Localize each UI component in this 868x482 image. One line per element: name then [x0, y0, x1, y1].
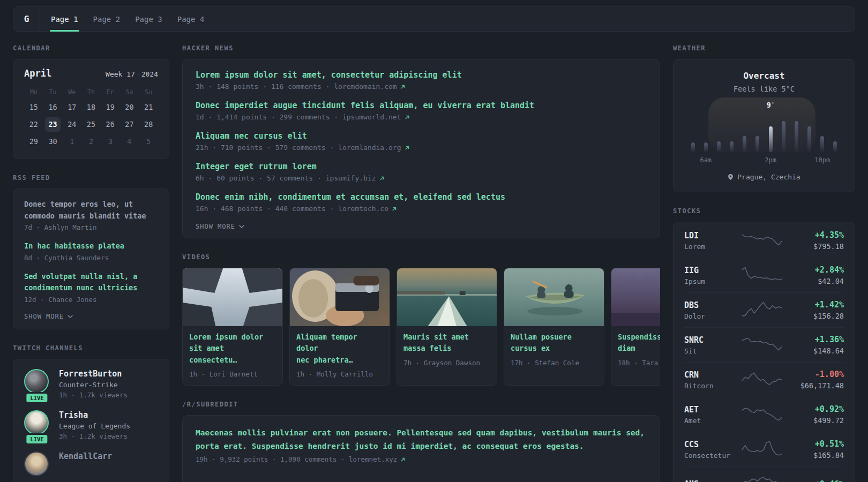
dashboard-page: G Page 1Page 2Page 3Page 4 CALENDAR Apri… — [0, 0, 868, 482]
stock-row[interactable]: IIGIpsum+2.84%$42.04 — [684, 258, 844, 293]
stock-info: AHS — [684, 479, 738, 482]
hacker-news-item-title[interactable]: Integer eget rutrum lorem — [196, 162, 647, 171]
twitch-channel[interactable]: LIVEForrestBurtonCounter-Strike1h · 1.7k… — [24, 369, 158, 399]
stock-sparkline — [741, 300, 783, 320]
hacker-news-item-title[interactable]: Aliquam nec cursus elit — [196, 131, 647, 141]
hacker-news-item-title[interactable]: Donec imperdiet augue tincidunt felis al… — [196, 101, 647, 110]
rss-item: Sed volutpat nulla nisl, a condimentum n… — [24, 271, 158, 304]
calendar-grid: MoTuWeThFrSaSu15161718192021222324252627… — [24, 87, 158, 149]
stock-info: DBSDolor — [684, 300, 738, 320]
video-card[interactable]: Mauris sit amet massa felis7h · Grayson … — [396, 268, 497, 386]
left-column: CALENDAR April Week 17·2024 MoTuWeThFrSa… — [13, 44, 169, 482]
stock-values: +2.84%$42.04 — [815, 265, 844, 285]
calendar-day: 29 — [24, 134, 43, 149]
calendar-day: 20 — [120, 100, 139, 115]
calendar-month: April — [24, 68, 51, 79]
hacker-news-item-meta: 3h · 148 points · 116 comments · loremdo… — [196, 82, 647, 91]
stock-change: -1.00% — [800, 370, 844, 379]
section-title-stocks: STOCKS — [673, 207, 855, 215]
rss-item-title[interactable]: Sed volutpat nulla nisl, a condimentum n… — [24, 271, 158, 294]
stock-price: $42.04 — [815, 277, 844, 285]
hacker-news-item: Integer eget rutrum lorem6h · 60 points … — [196, 162, 647, 182]
stock-row[interactable]: CCSConsectetur+0.51%$165.84 — [684, 432, 844, 467]
calendar-day: 30 — [43, 134, 63, 149]
tab-page-2[interactable]: Page 2 — [86, 7, 128, 31]
stock-row[interactable]: SNRCSit+1.36%$148.64 — [684, 328, 844, 363]
app-logo[interactable]: G — [13, 7, 40, 31]
calendar-year: 2024 — [141, 70, 158, 78]
twitch-channel[interactable]: KendallCarr — [24, 451, 158, 476]
hacker-news-item-title[interactable]: Lorem ipsum dolor sit amet, consectetur … — [196, 70, 647, 80]
hacker-news-card: Lorem ipsum dolor sit amet, consectetur … — [182, 59, 660, 238]
video-title[interactable]: Mauris sit amet massa felis — [403, 332, 490, 355]
calendar-card: April Week 17·2024 MoTuWeThFrSaSu1516171… — [13, 59, 169, 159]
stock-name: Amet — [684, 417, 738, 425]
separator-dot: · — [135, 70, 141, 78]
hacker-news-item-meta-text: 21h · 710 points · 579 comments · loreml… — [196, 144, 401, 152]
video-card[interactable]: Suspendisse diam18h · Tara — [611, 268, 660, 386]
video-meta: 1h · Molly Carrillo — [296, 370, 383, 378]
rss-item-title[interactable]: In hac habitasse platea — [24, 240, 158, 252]
calendar-day: 25 — [81, 117, 101, 132]
section-title-videos: VIDEOS — [182, 253, 660, 261]
video-title[interactable]: Nullam posuere cursus ex — [511, 332, 597, 355]
subreddit-post-title[interactable]: Maecenas mollis pulvinar erat non posuer… — [196, 426, 647, 453]
tab-page-3[interactable]: Page 3 — [128, 7, 170, 31]
video-card-body: Lorem ipsum dolor sit amet consectetu…1h… — [183, 326, 282, 385]
rss-item-title[interactable]: Donec tempor eros leo, ut commodo mauris… — [24, 199, 158, 222]
video-meta: 7h · Grayson Dawson — [403, 359, 490, 367]
stock-name: Consectetur — [684, 451, 738, 460]
stock-row[interactable]: AETAmet+0.92%$499.72 — [684, 397, 844, 432]
video-card[interactable]: Aliquam tempor dolor nec pharetra…1h · M… — [289, 268, 390, 386]
temperature-bars — [686, 110, 842, 152]
calendar-day-selected: 23 — [45, 117, 61, 132]
stock-ticker: SNRC — [684, 335, 738, 345]
temperature-bar-cell — [803, 126, 815, 152]
stock-row[interactable]: DBSDolor+1.42%$156.28 — [684, 293, 844, 328]
calendar-day: 22 — [24, 117, 43, 132]
calendar-day: 28 — [139, 117, 158, 132]
stock-values: +0.51%$165.84 — [813, 439, 844, 460]
avatar — [24, 451, 49, 476]
dashboard-columns: CALENDAR April Week 17·2024 MoTuWeThFrSa… — [13, 44, 855, 482]
hacker-news-show-more-button[interactable]: SHOW MORE — [196, 223, 647, 230]
video-title[interactable]: Aliquam tempor dolor nec pharetra… — [296, 332, 383, 366]
external-link-icon — [392, 206, 397, 212]
calendar-day: 3 — [101, 134, 120, 149]
twitch-channel[interactable]: LIVETrishaLeague of Legends3h · 1.2k vie… — [24, 410, 158, 440]
hacker-news-widget: HACKER NEWS Lorem ipsum dolor sit amet, … — [182, 44, 660, 238]
stock-change: +1.36% — [813, 335, 844, 344]
calendar-day: 18 — [81, 100, 101, 115]
video-meta: 17h · Stefan Cole — [511, 359, 597, 367]
video-title[interactable]: Lorem ipsum dolor sit amet consectetu… — [189, 332, 276, 366]
weekday-label: Th — [81, 87, 101, 97]
twitch-channel-meta: 1h · 1.7k viewers — [59, 391, 128, 399]
stock-ticker: AHS — [684, 479, 738, 482]
stock-row[interactable]: CRNBitcorn-1.00%$66,171.48 — [684, 363, 844, 397]
tab-page-1[interactable]: Page 1 — [43, 7, 86, 31]
video-title[interactable]: Suspendisse diam — [618, 332, 660, 355]
rss-item: Donec tempor eros leo, ut commodo mauris… — [24, 199, 158, 231]
stock-change: +2.84% — [815, 265, 844, 275]
stock-info: CRNBitcorn — [684, 370, 738, 390]
video-card[interactable]: Nullam posuere cursus ex17h · Stefan Col… — [504, 268, 604, 386]
weather-condition: Overcast — [683, 71, 845, 81]
hacker-news-item-title[interactable]: Donec enim nibh, condimentum et accumsan… — [196, 192, 647, 202]
peak-temperature-label: 9° — [767, 101, 775, 109]
rss-show-more-button[interactable]: SHOW MORE — [24, 313, 158, 320]
twitch-channel-name[interactable]: Trisha — [59, 410, 130, 420]
stock-row[interactable]: AHS+0.46% — [684, 467, 844, 482]
tab-page-4[interactable]: Page 4 — [170, 7, 212, 31]
temperature-bar — [807, 126, 811, 152]
calendar-day: 19 — [101, 100, 120, 115]
stock-change: +0.92% — [813, 404, 844, 414]
stock-row[interactable]: LDILorem+4.35%$795.18 — [684, 223, 844, 258]
stock-sparkline — [741, 230, 783, 251]
stock-values: +1.36%$148.64 — [813, 335, 844, 355]
weather-widget: WEATHER Overcast Feels like 5°C 9° 6am2p… — [673, 44, 855, 192]
rss-item-meta: 8d · Cynthia Saunders — [24, 254, 158, 262]
stock-price: $795.18 — [813, 242, 844, 251]
twitch-channel-name[interactable]: KendallCarr — [59, 451, 112, 461]
video-card[interactable]: Lorem ipsum dolor sit amet consectetu…1h… — [182, 268, 283, 386]
twitch-channel-name[interactable]: ForrestBurton — [59, 369, 128, 379]
